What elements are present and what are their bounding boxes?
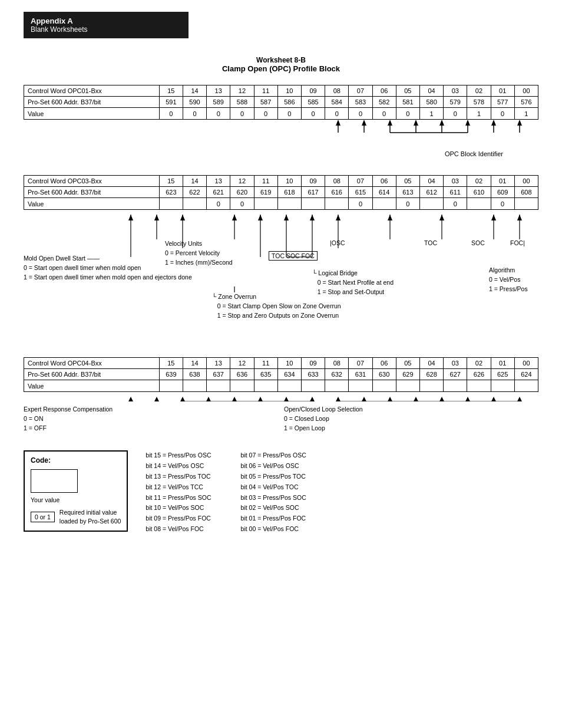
toc-label: TOC [424, 239, 437, 246]
t1-bit05: 05 [396, 85, 419, 97]
bit-left-item: bit 14 = Vel/Pos OSC [146, 461, 211, 472]
mold-open-dwell-line1: 0 = Start open dwell timer when mold ope… [24, 263, 192, 273]
table3-row2-label: Pro-Set 600 Addr. B37/bit [24, 369, 160, 380]
t1-val12: 0 [230, 108, 254, 120]
table3-row1: Control Word OPC04-Bxx 15 14 13 12 11 10… [24, 358, 538, 369]
open-closed-loop-line1: 0 = Closed Loop [284, 414, 538, 424]
zone-overrun-line2: 1 = Stop and Zero Outputs on Zone Overru… [212, 311, 341, 321]
t1-bit08: 08 [325, 85, 349, 97]
t1-val02: 1 [467, 108, 491, 120]
t3-val00 [514, 380, 538, 392]
t3-addr08: 632 [325, 369, 349, 380]
t2-addr14: 622 [183, 187, 206, 198]
algorithm-line1: 0 = Vel/Pos [489, 275, 528, 285]
expert-response-line2: 1 = OFF [24, 424, 278, 433]
svg-marker-3 [362, 120, 366, 126]
t1-val06: 0 [372, 108, 396, 120]
t2-bit08: 08 [325, 176, 349, 187]
algorithm-title: Algorithm [489, 266, 528, 275]
t3-val07 [349, 380, 372, 392]
t1-addr10: 586 [277, 97, 301, 108]
t2-bit03: 03 [444, 176, 467, 187]
table3-row3-label: Value [24, 380, 160, 392]
svg-marker-11 [465, 120, 470, 126]
bit-right-item: bit 01 = Press/Pos FOC [241, 513, 306, 524]
t3-val05 [396, 380, 419, 392]
t3-val06 [372, 380, 396, 392]
svg-marker-52 [362, 397, 366, 401]
svg-marker-51 [336, 397, 340, 401]
bit-descriptions-left: bit 15 = Press/Pos OSCbit 14 = Vel/Pos O… [146, 450, 211, 535]
t3-bit14: 14 [183, 358, 206, 369]
table1-row3-label: Value [24, 108, 160, 120]
t2-addr04: 612 [419, 187, 443, 198]
worksheet-name: Worksheet 8-B [24, 56, 538, 64]
t2-val12: 0 [230, 198, 254, 210]
your-value-box [31, 469, 78, 493]
t2-val05: 0 [396, 198, 419, 210]
t3-addr06: 630 [372, 369, 396, 380]
svg-marker-7 [414, 120, 418, 126]
open-closed-loop-title: Open/Closed Loop Selection [284, 405, 538, 414]
t2-val06 [372, 198, 396, 210]
bit-left-item: bit 10 = Vel/Pos SOC [146, 503, 211, 513]
t3-val03 [444, 380, 467, 392]
t1-addr03: 579 [444, 97, 467, 108]
table1-arrows-svg [24, 120, 538, 149]
worksheet-desc: Clamp Open (OPC) Profile Block [24, 64, 538, 73]
t1-val07: 0 [349, 108, 372, 120]
code-box: Code: Your value 0 or 1 Required initial… [24, 450, 128, 531]
t1-bit04: 04 [419, 85, 443, 97]
t3-bit09: 09 [301, 358, 325, 369]
t1-addr08: 584 [325, 97, 349, 108]
worksheet-title: Worksheet 8-B Clamp Open (OPC) Profile B… [24, 56, 538, 73]
t3-bit00: 00 [514, 358, 538, 369]
table2-row1-label: Control Word OPC03-Bxx [24, 176, 160, 187]
t3-val04 [419, 380, 443, 392]
bit-descriptions-right: bit 07 = Press/Pos OSCbit 06 = Vel/Pos O… [241, 450, 306, 535]
t3-bit12: 12 [230, 358, 254, 369]
t1-addr14: 590 [183, 97, 206, 108]
table1-row1: Control Word OPC01-Bxx 15 14 13 12 11 10… [24, 85, 538, 97]
foc-label: FOC| [510, 239, 525, 246]
svg-marker-55 [439, 397, 444, 401]
t1-val05: 0 [396, 108, 419, 120]
t2-addr11: 619 [254, 187, 277, 198]
svg-marker-53 [388, 397, 392, 401]
table2-row3-label: Value [24, 198, 160, 210]
t3-addr11: 635 [254, 369, 277, 380]
t1-bit14: 14 [183, 85, 206, 97]
t2-bit09: 09 [301, 176, 325, 187]
t1-val08: 0 [325, 108, 349, 120]
t3-addr15: 639 [159, 369, 183, 380]
t2-addr12: 620 [230, 187, 254, 198]
mold-open-dwell-line2: 1 = Start open dwell timer when mold ope… [24, 273, 192, 282]
t2-addr01: 609 [491, 187, 514, 198]
t3-val01 [491, 380, 514, 392]
t1-val01: 0 [491, 108, 514, 120]
t1-val00: 1 [514, 108, 538, 120]
t2-addr07: 615 [349, 187, 372, 198]
t3-addr02: 626 [467, 369, 491, 380]
t3-addr10: 634 [277, 369, 301, 380]
t3-addr12: 636 [230, 369, 254, 380]
t2-addr00: 608 [514, 187, 538, 198]
bit-left-item: bit 15 = Press/Pos OSC [146, 450, 211, 461]
t3-bit15: 15 [159, 358, 183, 369]
bit-left-item: bit 09 = Press/Pos FOC [146, 513, 211, 524]
t3-bit03: 03 [444, 358, 467, 369]
open-closed-loop-line2: 1 = Open Loop [284, 424, 538, 433]
svg-marker-48 [258, 397, 263, 401]
t1-addr04: 580 [419, 97, 443, 108]
bit-left-item: bit 12 = Vel/Pos TCC [146, 482, 211, 493]
t3-bit07: 07 [349, 358, 372, 369]
header-box: Appendix A Blank Worksheets [24, 12, 189, 38]
opc-block-identifier: OPC Block Identifier [24, 150, 503, 157]
t3-addr00: 624 [514, 369, 538, 380]
t1-bit09: 09 [301, 85, 325, 97]
t2-val09 [301, 198, 325, 210]
logical-bridge-title: └ Logical Bridge [312, 269, 394, 278]
svg-marker-47 [232, 397, 237, 401]
t3-bit05: 05 [396, 358, 419, 369]
t1-val04: 1 [419, 108, 443, 120]
